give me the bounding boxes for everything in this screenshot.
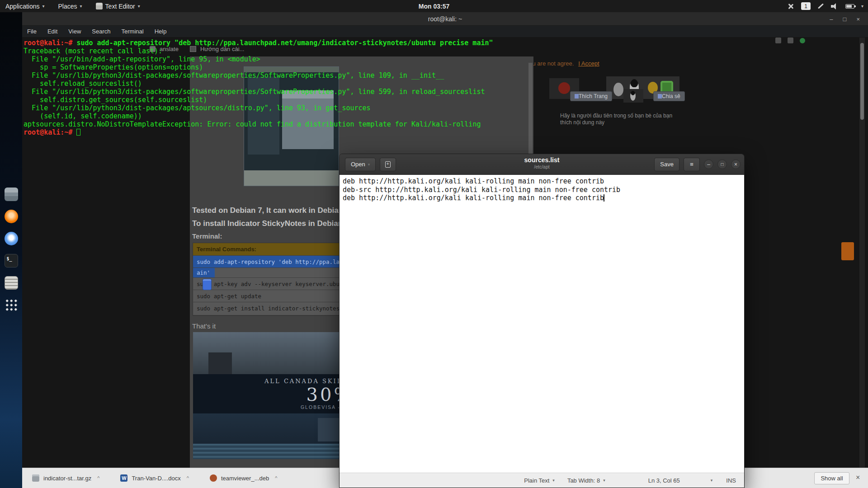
- open-label: Open: [351, 161, 365, 168]
- gedit-close-button[interactable]: ×: [731, 160, 741, 169]
- text-cursor: [604, 194, 604, 202]
- show-all-downloads-button[interactable]: Show all: [814, 472, 849, 484]
- places-menu[interactable]: Places ▾: [58, 3, 82, 10]
- terminal-titlebar[interactable]: root@kali: ~ – □ ×: [22, 12, 868, 26]
- document-title: sources.list: [524, 156, 560, 164]
- chevron-down-icon: ▾: [368, 162, 370, 167]
- menu-terminal[interactable]: Terminal: [122, 28, 144, 35]
- goto-line-chevron-icon[interactable]: ▾: [711, 478, 713, 483]
- terminal-line: sp = SoftwareProperties(options=options): [24, 63, 868, 71]
- text-line: deb http://http.kali.org/kali kali-rolli…: [343, 177, 744, 186]
- terminal-line: File "/usr/lib/python3/dist-packages/sof…: [24, 88, 868, 96]
- download-item[interactable]: indicator-st...tar.gz ^: [32, 474, 99, 482]
- chevron-down-icon: ▾: [138, 4, 140, 9]
- pencil-icon[interactable]: [818, 3, 824, 9]
- download-item[interactable]: W Tran-Van-D....docx ^: [120, 474, 189, 482]
- menu-search[interactable]: Search: [92, 28, 110, 35]
- text-editor-icon: [96, 3, 103, 9]
- hamburger-icon: ≡: [690, 161, 693, 168]
- gedit-headerbar[interactable]: Open ▾ sources.list /etc/apt Save ≡ – □ …: [340, 154, 744, 175]
- terminal-prompt-line: root@kali:~#: [24, 128, 868, 136]
- clock[interactable]: Mon 03:57: [419, 3, 449, 10]
- terminal-command-line: root@kali:~#sudo add-apt-repository "deb…: [24, 39, 868, 47]
- terminal-line: File "/usr/lib/python3/dist-packages/apt…: [24, 104, 868, 112]
- terminal-line: (self.id, self.codename)): [24, 112, 868, 120]
- applications-menu[interactable]: Applications ▾: [5, 3, 45, 10]
- dock-files-icon[interactable]: [5, 188, 18, 201]
- save-button[interactable]: Save: [654, 158, 679, 171]
- volume-icon[interactable]: [831, 3, 839, 9]
- terminal-menubar: File Edit View Search Terminal Help: [22, 26, 868, 37]
- minimize-icon[interactable]: –: [830, 16, 833, 23]
- menu-help[interactable]: Help: [155, 28, 167, 35]
- archive-file-icon: [32, 474, 39, 482]
- gedit-title-box: sources.list /etc/apt: [524, 156, 560, 170]
- new-document-button[interactable]: [380, 158, 396, 171]
- word-file-icon: W: [120, 474, 127, 482]
- close-downloads-bar-icon[interactable]: ×: [856, 473, 860, 482]
- applications-label: Applications: [5, 3, 40, 10]
- download-filename: teamviewer_...deb: [221, 475, 269, 482]
- close-icon[interactable]: ×: [856, 16, 860, 23]
- dock-browser-icon[interactable]: [5, 232, 18, 245]
- keyboard-layout-indicator[interactable]: 1: [801, 2, 811, 10]
- menu-button[interactable]: ≡: [684, 158, 700, 171]
- save-label: Save: [660, 161, 674, 168]
- text-line: deb http://http.kali.org/kali kali-rolli…: [343, 194, 744, 202]
- open-button[interactable]: Open ▾: [345, 158, 376, 171]
- gedit-statusbar: Plain Text ▾ Tab Width: 8 ▾ Ln 3, Col 65…: [340, 473, 744, 488]
- chevron-down-icon: ▾: [42, 4, 45, 9]
- tab-width-selector[interactable]: Tab Width: 8 ▾: [567, 477, 605, 484]
- active-app-menu[interactable]: Text Editor ▾: [96, 3, 140, 10]
- terminal-line: File "/usr/lib/python3/dist-packages/sof…: [24, 71, 868, 80]
- gedit-text-area[interactable]: deb http://http.kali.org/kali kali-rolli…: [340, 175, 744, 473]
- tools-icon[interactable]: [787, 3, 794, 10]
- gedit-minimize-button[interactable]: –: [704, 160, 713, 169]
- places-label: Places: [58, 3, 77, 10]
- system-menu-chevron-icon[interactable]: ▾: [861, 4, 863, 9]
- insert-mode-indicator: INS: [726, 477, 736, 484]
- terminal-line: self.reload_sourceslist(): [24, 80, 868, 88]
- maximize-icon[interactable]: □: [843, 16, 847, 23]
- download-item[interactable]: teamviewer_...deb ^: [210, 474, 277, 482]
- menu-file[interactable]: File: [27, 28, 37, 35]
- dock-text-editor-icon[interactable]: [5, 276, 18, 290]
- dock: $_: [0, 12, 22, 488]
- gedit-maximize-button[interactable]: □: [717, 160, 727, 169]
- terminal-line: self.distro.get_sources(self.sourceslist…: [24, 96, 868, 104]
- document-path: /etc/apt: [524, 164, 560, 170]
- language-selector[interactable]: Plain Text ▾: [524, 477, 555, 484]
- gedit-window: Open ▾ sources.list /etc/apt Save ≡ – □ …: [339, 154, 745, 488]
- chevron-icon[interactable]: ^: [275, 475, 277, 481]
- menu-edit[interactable]: Edit: [47, 28, 57, 35]
- cursor-position: Ln 3, Col 65: [648, 477, 680, 484]
- chevron-down-icon: ▾: [80, 4, 82, 9]
- dock-show-apps-icon[interactable]: [5, 298, 18, 312]
- terminal-title: root@kali: ~: [428, 15, 462, 23]
- battery-icon[interactable]: [845, 4, 854, 9]
- deb-file-icon: [210, 474, 217, 482]
- gnome-top-bar: Applications ▾ Places ▾ Text Editor ▾ Mo…: [0, 0, 868, 12]
- dock-firefox-icon[interactable]: [5, 210, 18, 223]
- menu-view[interactable]: View: [68, 28, 81, 35]
- dock-terminal-icon[interactable]: $_: [5, 254, 18, 267]
- desktop: Applications ▾ Places ▾ Text Editor ▾ Mo…: [0, 0, 868, 488]
- active-app-label: Text Editor: [105, 3, 135, 10]
- terminal-cursor: [76, 129, 80, 136]
- terminal-line: aptsources.distro.NoDistroTemplateExcept…: [24, 120, 868, 128]
- chevron-icon[interactable]: ^: [97, 475, 99, 481]
- new-document-icon: [385, 161, 391, 168]
- text-line: deb-src http://http.kali.org/kali kali-r…: [343, 186, 744, 194]
- download-filename: Tran-Van-D....docx: [132, 475, 180, 482]
- terminal-line: File "/usr/bin/add-apt-repository", line…: [24, 55, 868, 63]
- download-filename: indicator-st...tar.gz: [43, 475, 91, 482]
- chevron-icon[interactable]: ^: [187, 475, 189, 481]
- terminal-line: Traceback (most recent call last):: [24, 47, 868, 55]
